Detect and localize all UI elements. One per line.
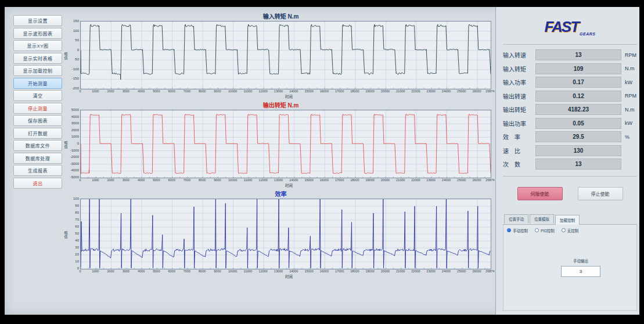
reading-row: 输出功率0.05kW: [503, 117, 637, 131]
y-tick: -100: [72, 67, 79, 71]
x-tick: 3000: [123, 89, 129, 93]
x-tick: 23000: [427, 89, 436, 93]
x-tick: 15000: [304, 269, 313, 273]
x-tick: 17000: [335, 269, 344, 273]
radio-label: 无控制: [567, 228, 579, 233]
x-tick: 12000: [259, 178, 268, 182]
x-tick: 8000: [199, 89, 206, 93]
reading-value: 13: [535, 49, 621, 60]
divider: [503, 176, 637, 177]
x-tick: 14000: [289, 89, 298, 93]
manual-output-input[interactable]: [561, 266, 600, 277]
x-tick: 20000: [381, 269, 390, 273]
sidebar-button-12[interactable]: 生成报表: [13, 165, 62, 176]
x-tick: 6000: [168, 89, 175, 93]
plot-area: 幅值150100500-50-100-150-20001000200030004…: [80, 21, 498, 99]
waveform-trace: [81, 24, 491, 80]
manual-output-group: 手动输出: [560, 258, 601, 277]
sidebar-button-0[interactable]: 显示设置: [13, 15, 62, 26]
sidebar-button-10[interactable]: 数据库文件: [13, 140, 62, 151]
x-axis-label: 时间: [80, 274, 498, 279]
reading-label: 输出转矩: [503, 105, 535, 114]
x-tick: 22000: [411, 89, 420, 93]
reading-value: 109: [535, 63, 621, 74]
reading-row: 速 比130: [503, 144, 637, 158]
reading-row: 输出转矩4182.23N.m: [503, 103, 637, 117]
radio-2[interactable]: 无控制: [562, 228, 579, 233]
plot-area: 幅值500040003000200010000-1000-2000-3000-4…: [80, 110, 498, 188]
sidebar-button-6[interactable]: 清空: [13, 90, 62, 101]
reading-row: 效 率29.5%: [503, 130, 637, 144]
reading-value: 130: [535, 145, 621, 156]
x-tick: 0: [79, 89, 81, 93]
x-tick: 24000: [442, 269, 451, 273]
reading-unit: N.m: [621, 107, 641, 113]
chart-0: 输入转矩 N.m幅值150100500-50-100-150-200010002…: [64, 13, 498, 99]
servo-enable-button[interactable]: 伺服使能: [517, 187, 563, 200]
y-tick: 10: [75, 260, 79, 263]
x-tick: 15000: [304, 178, 313, 182]
x-tick: 16000: [320, 269, 329, 273]
reading-row: 输入转速13RPM: [503, 48, 637, 62]
reading-value: 0.17: [535, 77, 621, 88]
y-tick: 60: [75, 225, 79, 228]
x-axis-ticks: 0100020003000400050006000700080009000100…: [80, 269, 498, 274]
reading-value: 13: [535, 159, 621, 170]
x-tick: 24000: [442, 89, 451, 93]
divider: [503, 44, 637, 45]
sidebar-button-4[interactable]: 显示加载控制: [13, 65, 62, 76]
y-axis-label: 幅值: [63, 231, 69, 239]
x-tick: 26000: [472, 178, 481, 182]
reading-unit: N.m: [621, 66, 641, 71]
sidebar-button-3[interactable]: 显示实时表格: [13, 53, 62, 64]
reading-value: 0.05: [535, 118, 621, 129]
radio-dot: [562, 228, 566, 232]
x-tick: 25000: [457, 269, 466, 273]
x-tick: 7000: [184, 269, 190, 273]
sidebar-button-5[interactable]: 开始测量: [13, 78, 62, 89]
tab-1[interactable]: 位置模拟: [530, 214, 554, 224]
reading-unit: %: [621, 134, 641, 140]
x-tick: 19000: [365, 269, 374, 273]
x-tick: 18000: [350, 89, 359, 93]
x-tick: 21000: [396, 89, 405, 93]
tab-2[interactable]: 加载控制: [555, 215, 580, 225]
x-tick: 14000: [289, 269, 298, 273]
x-tick: 6000: [168, 178, 175, 182]
x-tick: 4000: [138, 89, 145, 93]
sidebar-button-8[interactable]: 保存图表: [13, 115, 62, 126]
radio-0[interactable]: 手动控制: [507, 228, 528, 233]
y-tick: 30: [75, 246, 79, 249]
x-tick: 12000: [259, 269, 268, 273]
sidebar-button-9[interactable]: 打开数据: [13, 128, 62, 139]
x-tick: 13000: [274, 178, 283, 182]
x-tick: 20000: [381, 89, 390, 93]
y-tick: 2000: [71, 128, 79, 132]
x-tick: 16000: [320, 89, 329, 93]
y-tick: 70: [75, 218, 79, 221]
sidebar-button-2[interactable]: 显示XY图: [13, 40, 62, 51]
sidebar-button-7[interactable]: 停止测量: [13, 103, 62, 114]
x-tick: 2000: [107, 178, 114, 182]
sidebar-button-13[interactable]: 退出: [13, 178, 62, 189]
radio-1[interactable]: PID控制: [535, 228, 555, 233]
x-tick: 17000: [335, 89, 344, 93]
sidebar-button-11[interactable]: 数据库处理: [13, 153, 62, 164]
reading-label: 输入转速: [503, 51, 535, 59]
x-tick: 20000: [381, 178, 390, 182]
plot-area: 幅值10090807060504030201000100020003000400…: [80, 199, 498, 279]
y-tick: 100: [73, 29, 79, 33]
plot-canvas: [80, 110, 491, 178]
x-tick: 21000: [396, 178, 405, 182]
x-tick: 10000: [228, 178, 237, 182]
tab-0[interactable]: 位置手动: [504, 214, 528, 224]
x-tick: 26874: [485, 269, 494, 273]
x-tick: 6000: [168, 269, 175, 273]
y-tick: -2000: [70, 155, 79, 159]
y-tick: 0: [77, 48, 79, 52]
y-tick: -5000: [70, 175, 79, 179]
x-tick: 23000: [427, 178, 436, 182]
x-tick: 13000: [274, 269, 283, 273]
stop-enable-button[interactable]: 停止使能: [578, 187, 623, 200]
sidebar-button-1[interactable]: 显示波形图表: [13, 28, 62, 39]
